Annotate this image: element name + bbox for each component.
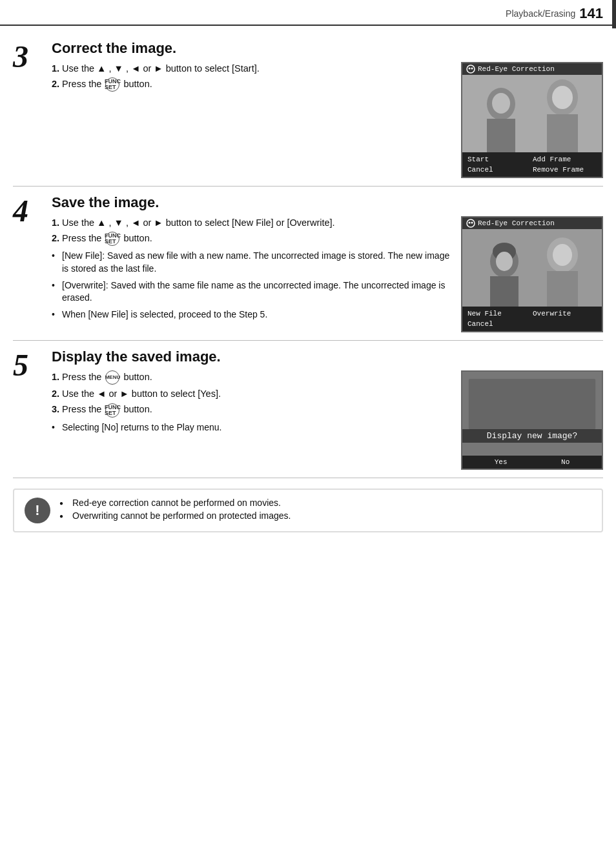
step-5-body: Display the saved image. 1. Press the ME…: [52, 348, 603, 470]
menu-yes: Yes: [495, 458, 508, 466]
step-4-bullet-1: [New File]: Saved as new file with a new…: [52, 250, 451, 275]
step-3-title: Correct the image.: [52, 40, 603, 57]
step-4-screen-header: Red-Eye Correction: [462, 217, 602, 229]
notes-section: ! Red-eye correction cannot be performed…: [13, 489, 603, 532]
svg-rect-7: [547, 114, 578, 152]
step-4-bullet-2: [Overwrite]: Saved with the same file na…: [52, 279, 451, 305]
step-3-screen-header: Red-Eye Correction: [462, 63, 602, 75]
step-5-display-area: Display new image?: [462, 372, 602, 456]
step-4-bullet-3: When [New File] is selected, proceed to …: [52, 308, 451, 321]
step-5-section: 5 Display the saved image. 1. Press the …: [13, 341, 603, 478]
step-4-instruction-1: 1. Use the ▲ , ▼ , ◄ or ► button to sele…: [52, 216, 451, 229]
step-5-photo-svg: [462, 372, 602, 456]
step-4-instructions: 1. Use the ▲ , ▼ , ◄ or ► button to sele…: [52, 216, 451, 332]
svg-point-20: [553, 244, 572, 266]
main-content: 3 Correct the image. 1. Use the ▲ , ▼ , …: [0, 26, 616, 545]
step-3-instruction-2: 2. Press the FUNCSET button.: [52, 77, 451, 92]
menu-remove-frame: Remove Frame: [533, 165, 597, 174]
svg-rect-5: [487, 119, 515, 152]
svg-point-1: [469, 68, 471, 70]
step-4-photo: [462, 229, 602, 307]
menu-cancel-2: Cancel: [467, 319, 531, 328]
svg-rect-18: [547, 271, 578, 307]
step-5-bottom-menu: Yes No: [462, 456, 602, 469]
menu-no: No: [561, 458, 570, 466]
page-number: 141: [579, 5, 603, 22]
step-4-number-col: 4: [13, 194, 52, 332]
step-3-number: 3: [13, 41, 28, 72]
menu-new-file: New File: [467, 309, 531, 318]
func-set-button-icon-1: FUNCSET: [105, 77, 119, 92]
step-5-camera-screen: Display new image? Yes No: [461, 370, 603, 470]
or-text-1: or: [143, 63, 151, 74]
step-5-screen: Display new image? Yes No: [461, 370, 603, 470]
step-4-camera-screen: Red-Eye Correction: [461, 216, 603, 332]
step-3-screen-menu: Start Add Frame Cancel Remove Frame: [462, 152, 602, 177]
step-5-instruction-2: 2. Use the ◄ or ► button to select [Yes]…: [52, 387, 451, 400]
header-bar-decoration: [612, 0, 616, 28]
or-text-3: or: [276, 217, 285, 228]
step-4-title: Save the image.: [52, 194, 603, 211]
step-4-screen: Red-Eye Correction: [461, 216, 603, 332]
menu-add-frame: Add Frame: [533, 155, 597, 164]
step-4-section: 4 Save the image. 1. Use the ▲ , ▼ , ◄ o…: [13, 187, 603, 341]
step-5-instructions: 1. Press the MENU button. 2. Use the ◄ o…: [52, 370, 451, 470]
step-3-screen: Red-Eye Correction: [461, 62, 603, 178]
step-3-camera-screen: Red-Eye Correction: [461, 62, 603, 178]
step-5-content: 1. Press the MENU button. 2. Use the ◄ o…: [52, 370, 603, 470]
step-4-body: Save the image. 1. Use the ▲ , ▼ , ◄ or …: [52, 194, 603, 332]
step-3-instruction-1: 1. Use the ▲ , ▼ , ◄ or ► button to sele…: [52, 62, 451, 75]
step-3-section: 3 Correct the image. 1. Use the ▲ , ▼ , …: [13, 32, 603, 187]
caution-icon: !: [25, 498, 50, 523]
menu-start: Start: [467, 155, 531, 164]
notes-list: Red-eye correction cannot be performed o…: [59, 498, 291, 523]
step-3-photo-svg: [462, 75, 602, 152]
svg-point-10: [467, 219, 475, 227]
display-new-image-text: Display new image?: [462, 429, 602, 443]
menu-button-icon: MENU: [105, 370, 119, 385]
step-3-number-col: 3: [13, 40, 52, 178]
step-3-content: 1. Use the ▲ , ▼ , ◄ or ► button to sele…: [52, 62, 603, 178]
step-5-number: 5: [13, 350, 28, 381]
svg-point-8: [492, 93, 510, 114]
note-2: Overwriting cannot be performed on prote…: [59, 510, 291, 521]
svg-point-2: [471, 68, 473, 70]
step-4-instruction-list: 1. Use the ▲ , ▼ , ◄ or ► button to sele…: [52, 216, 451, 321]
svg-point-12: [471, 222, 473, 224]
step-4-screen-title: Red-Eye Correction: [478, 219, 555, 227]
section-label: Playback/Erasing: [506, 8, 575, 19]
menu-overwrite: Overwrite: [533, 309, 597, 318]
func-set-button-icon-2: FUNCSET: [105, 232, 119, 246]
or-text-2: or: [143, 217, 151, 228]
red-eye-correction-icon-1: [466, 65, 475, 74]
step-4-screen-menu: New File Overwrite Cancel: [462, 307, 602, 331]
menu-empty: [533, 319, 597, 328]
svg-point-0: [467, 65, 475, 73]
svg-rect-23: [469, 379, 595, 430]
step-4-instruction-2: 2. Press the FUNCSET button.: [52, 232, 451, 246]
step-5-instruction-3: 3. Press the FUNCSET button.: [52, 403, 451, 417]
step-3-screen-title: Red-Eye Correction: [478, 65, 555, 73]
step-5-bullet-1: Selecting [No] returns to the Play menu.: [52, 421, 451, 434]
step-4-content: 1. Use the ▲ , ▼ , ◄ or ► button to sele…: [52, 216, 603, 332]
step-3-body: Correct the image. 1. Use the ▲ , ▼ , ◄ …: [52, 40, 603, 178]
step-5-title: Display the saved image.: [52, 348, 603, 365]
svg-rect-16: [490, 276, 518, 307]
step-3-photo: [462, 75, 602, 152]
red-eye-correction-icon-2: [466, 219, 475, 228]
svg-point-9: [552, 86, 573, 109]
menu-cancel-1: Cancel: [467, 165, 531, 174]
func-set-button-icon-3: FUNCSET: [105, 403, 119, 418]
svg-point-19: [496, 252, 513, 271]
svg-rect-3: [462, 75, 602, 152]
step-3-instructions: 1. Use the ▲ , ▼ , ◄ or ► button to sele…: [52, 62, 451, 178]
step-5-instruction-list: 1. Press the MENU button. 2. Use the ◄ o…: [52, 370, 451, 434]
step-5-number-col: 5: [13, 348, 52, 470]
step-3-instruction-list: 1. Use the ▲ , ▼ , ◄ or ► button to sele…: [52, 62, 451, 92]
svg-point-11: [469, 222, 471, 224]
step-5-instruction-1: 1. Press the MENU button.: [52, 370, 451, 385]
page-header: Playback/Erasing 141: [0, 0, 616, 26]
step-4-number: 4: [13, 196, 28, 227]
note-1: Red-eye correction cannot be performed o…: [59, 498, 291, 508]
svg-rect-13: [462, 229, 602, 307]
